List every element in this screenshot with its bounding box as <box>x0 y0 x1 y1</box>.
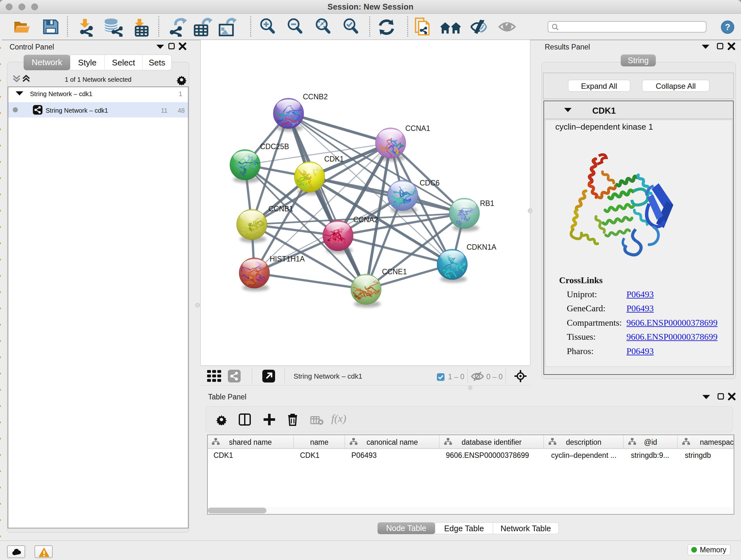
svg-text:CCNB1: CCNB1 <box>268 205 293 213</box>
svg-text:CDC25B: CDC25B <box>260 142 289 151</box>
svg-text:CCNA2: CCNA2 <box>353 215 378 224</box>
svg-text:CCNE1: CCNE1 <box>382 267 407 276</box>
svg-text:CDKN1A: CDKN1A <box>467 243 496 251</box>
svg-text:CCNB2: CCNB2 <box>303 92 328 101</box>
svg-text:?: ? <box>725 22 731 32</box>
svg-text:HIST1H1A: HIST1H1A <box>270 255 305 263</box>
svg-text:CCNA1: CCNA1 <box>405 124 430 132</box>
svg-text:CDK1: CDK1 <box>324 155 344 163</box>
svg-text:RB1: RB1 <box>480 199 494 207</box>
svg-text:CDC6: CDC6 <box>420 179 440 187</box>
